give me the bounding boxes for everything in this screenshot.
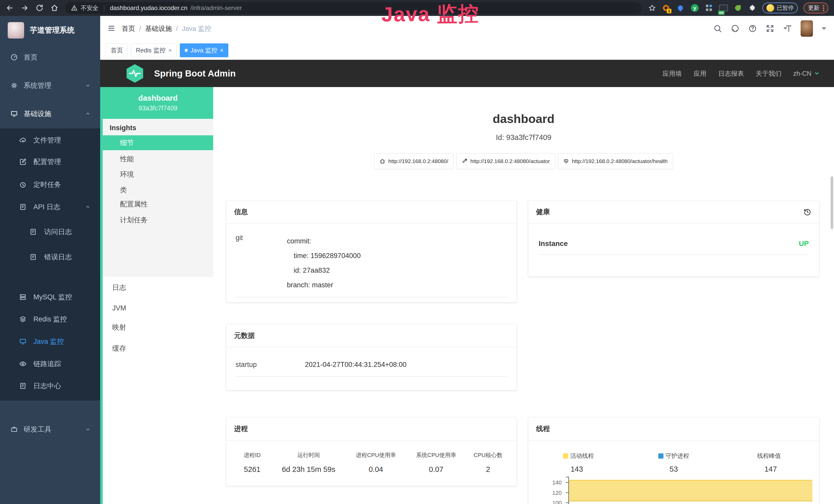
extension-pin-icon[interactable] — [676, 4, 685, 12]
sba-item-classes[interactable]: 类 — [103, 183, 213, 198]
sba-locale-select[interactable]: zh-CN — [793, 70, 820, 77]
sidebar-item-api-logs[interactable]: API 日志 — [0, 196, 100, 218]
info-value: commit: time: 1596289704000 id: 27aa832 … — [287, 234, 360, 293]
daemon-threads-value: 53 — [625, 465, 722, 474]
browser-menu-icon[interactable] — [822, 5, 825, 11]
health-url: http://192.168.0.2:48080/actuator/health — [572, 158, 667, 164]
sba-item-jvm[interactable]: JVM — [103, 301, 213, 316]
tab-java-monitor[interactable]: Java 监控 × — [180, 43, 228, 57]
help-icon[interactable] — [748, 24, 757, 33]
sba-instance-block[interactable]: dashboard 93a3fc7f7409 — [103, 87, 213, 119]
not-secure-warning-icon[interactable] — [71, 5, 78, 11]
sba-item-scheduled-tasks[interactable]: 计划任务 — [103, 212, 213, 228]
tab-close-icon[interactable]: × — [220, 47, 223, 54]
chrome-update-button[interactable]: 更新 — [804, 3, 828, 13]
health-url-button[interactable]: http://192.168.0.2:48080/actuator/health — [558, 153, 673, 169]
health-instance-row: Instance UP — [539, 239, 809, 248]
sba-item-environment[interactable]: 环境 — [103, 167, 213, 182]
extension-y-icon[interactable]: y — [690, 4, 699, 12]
sidebar-item-home[interactable]: 首页 — [0, 46, 100, 68]
tab-home[interactable]: 首页 — [106, 43, 128, 57]
sidebar-item-scheduled-jobs[interactable]: 定时任务 — [0, 174, 100, 196]
sidebar-item-config-management[interactable]: 配置管理 — [0, 151, 100, 173]
sba-nav-applications[interactable]: 应用 — [694, 69, 706, 78]
sidebar-item-redis-monitor[interactable]: Redis 监控 — [0, 308, 100, 330]
bookmark-star-icon[interactable] — [648, 4, 656, 12]
sba-nav-about[interactable]: 关于我们 — [756, 69, 781, 78]
url-divider — [104, 5, 104, 11]
metadata-startup-row: startup 2021-04-27T00:44:31.254+08:00 — [236, 361, 507, 369]
tab-close-icon[interactable]: × — [168, 47, 172, 54]
user-menu-caret-icon[interactable] — [822, 27, 826, 30]
breadcrumb-home[interactable]: 首页 — [122, 24, 135, 33]
vertical-scrollbar[interactable] — [831, 176, 833, 229]
app-logo-row[interactable]: 芋道管理系统 — [8, 22, 74, 39]
tab-redis-monitor[interactable]: Redis 监控 × — [131, 43, 177, 57]
sba-nav-journal[interactable]: 日志报表 — [718, 69, 744, 78]
sidebar-item-devtools[interactable]: 研发工具 — [0, 418, 100, 440]
extension-switch-icon[interactable]: on — [719, 4, 728, 12]
font-size-icon[interactable] — [783, 24, 792, 33]
sba-nav-wallboard[interactable]: 应用墙 — [662, 69, 682, 78]
legend-swatch-blue — [658, 453, 663, 459]
tab-label: 首页 — [111, 46, 123, 54]
sidebar-item-tracing[interactable]: 链路追踪 — [0, 353, 100, 375]
extension-grid-icon[interactable] — [705, 4, 714, 12]
profile-paused-badge[interactable]: 已暂停 — [762, 3, 798, 13]
y-tick-100: 100 — [543, 500, 562, 504]
sba-item-caches[interactable]: 缓存 — [103, 341, 213, 356]
home-icon[interactable] — [50, 4, 59, 12]
home-link-icon — [380, 158, 385, 164]
sidebar-item-label: Redis 监控 — [34, 315, 67, 324]
back-icon[interactable] — [6, 4, 14, 12]
locale-value: zh-CN — [793, 70, 811, 77]
leaf-glyph — [735, 5, 741, 11]
sba-item-logs[interactable]: 日志 — [103, 280, 213, 295]
collapse-sidebar-icon[interactable] — [107, 24, 115, 32]
row-divider — [236, 297, 507, 297]
actuator-url: http://192.168.0.2:48080/actuator — [470, 158, 550, 164]
sidebar-item-label: 研发工具 — [24, 425, 51, 434]
update-label: 更新 — [808, 4, 819, 12]
sba-item-details[interactable]: 细节 — [103, 135, 213, 150]
sidebar-item-java-monitor[interactable]: Java 监控 — [0, 330, 100, 352]
history-icon[interactable] — [803, 208, 811, 216]
sidebar-item-access-logs[interactable]: 访问日志 — [0, 221, 100, 243]
sba-item-mappings[interactable]: 映射 — [103, 320, 213, 335]
log-doc-icon — [19, 203, 27, 211]
sidebar-item-mysql-monitor[interactable]: MySQL 监控 — [0, 286, 100, 308]
search-icon[interactable] — [713, 24, 722, 33]
sidebar-item-log-center[interactable]: 日志中心 — [0, 375, 100, 397]
fullscreen-icon[interactable] — [766, 24, 774, 33]
sba-item-config-props[interactable]: 配置属性 — [103, 197, 213, 211]
service-url-button[interactable]: http://192.168.0.2:48080/ — [374, 153, 454, 169]
sba-item-metrics[interactable]: 性能 — [103, 152, 213, 166]
chevron-up-icon — [85, 204, 91, 210]
forward-icon[interactable] — [21, 4, 29, 12]
legend-live-threads: 活动线程 — [531, 452, 626, 460]
user-avatar[interactable] — [800, 20, 813, 37]
suitcase-icon — [10, 426, 18, 433]
actuator-url-button[interactable]: http://192.168.0.2:48080/actuator — [456, 153, 555, 169]
sidebar-item-infrastructure[interactable]: 基础设施 — [0, 103, 100, 125]
sidebar-item-error-logs[interactable]: 错误日志 — [0, 246, 100, 268]
sidebar-item-system[interactable]: 系统管理 — [0, 74, 100, 96]
grid-glyph — [706, 5, 712, 11]
extension-leaf-icon[interactable] — [733, 4, 742, 12]
breadcrumb-infrastructure[interactable]: 基础设施 — [145, 24, 172, 33]
spring-boot-admin-logo[interactable] — [126, 64, 144, 83]
laughing-emoji-icon — [766, 4, 774, 12]
github-icon[interactable] — [731, 24, 740, 33]
process-value-process-cpu: 0.04 — [346, 465, 406, 474]
reload-icon[interactable] — [36, 4, 44, 12]
extension-puzzle-icon[interactable] — [748, 4, 757, 12]
extension-orange-icon[interactable]: 1 — [662, 4, 671, 12]
url-host: dashboard.yudao.iocoder.cn — [110, 4, 188, 12]
threads-legend: 活动线程 守护进程 线程峰值 — [528, 441, 819, 460]
sidebar-item-file-management[interactable]: 文件管理 — [0, 129, 100, 151]
browser-toolbar: 不安全 dashboard.yudao.iocoder.cn/infra/adm… — [0, 0, 834, 16]
address-bar[interactable]: 不安全 dashboard.yudao.iocoder.cn/infra/adm… — [65, 2, 642, 14]
threads-card: 线程 活动线程 守护进程 线程峰值 143 53 147 140 120 100 — [528, 417, 819, 504]
sba-brand-title[interactable]: Spring Boot Admin — [154, 68, 236, 78]
y-axis-tick — [566, 477, 569, 477]
